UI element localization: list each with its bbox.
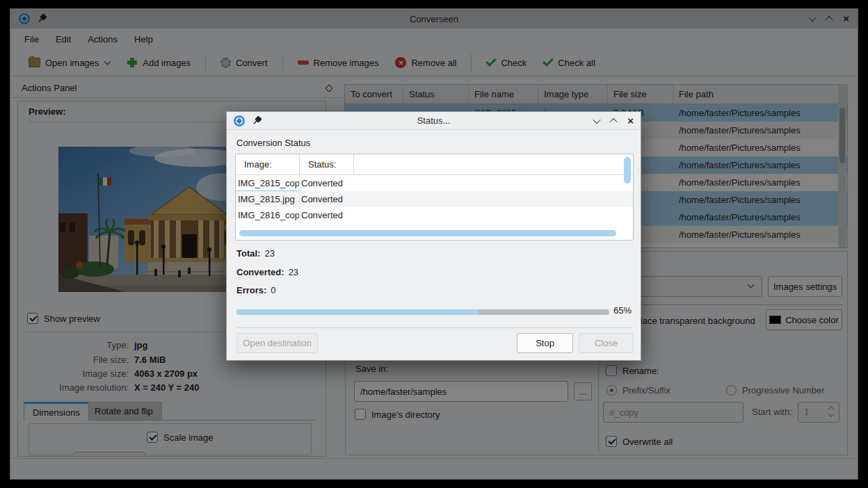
- conversion-status-heading: Conversion Status: [236, 138, 310, 148]
- conversion-cell: Converted: [300, 207, 354, 223]
- close-icon[interactable]: ×: [627, 117, 634, 124]
- conversion-table: Image:Status: IMG_2815_copy.ConvertedIMG…: [235, 154, 634, 241]
- minimize-icon[interactable]: [593, 115, 601, 123]
- conversion-progress-fill: [236, 309, 479, 315]
- dialog-vscrollbar-thumb[interactable]: [624, 157, 631, 184]
- stop-button[interactable]: Stop: [517, 333, 573, 353]
- errors-label: Errors:: [236, 285, 266, 295]
- conversion-table-header: Image:Status:: [236, 154, 633, 175]
- conversion-cell: IMG_2815.jpg: [236, 191, 300, 207]
- divider: [236, 327, 632, 328]
- errors-row: Errors:0: [236, 285, 276, 295]
- conversion-row[interactable]: IMG_2816_copy.Converted: [236, 207, 633, 223]
- converted-label: Converted:: [236, 267, 284, 277]
- total-label: Total:: [236, 248, 260, 259]
- conversion-row[interactable]: IMG_2815_copy.Converted: [236, 175, 633, 191]
- converted-row: Converted:23: [236, 267, 298, 277]
- column-header[interactable]: Image:: [236, 154, 300, 174]
- column-header[interactable]: Status:: [300, 154, 354, 174]
- status-dialog: Status... × Conversion Status Image:Stat…: [226, 111, 641, 361]
- total-value: 23: [264, 248, 274, 259]
- errors-value: 0: [271, 285, 275, 295]
- total-row: Total:23: [236, 248, 275, 259]
- converted-value: 23: [289, 267, 298, 277]
- open-destination-button[interactable]: Open destination: [236, 333, 318, 353]
- conversion-progressbar: [236, 309, 609, 315]
- dialog-title: Status...: [227, 115, 641, 126]
- conversion-cell: Converted: [300, 175, 354, 191]
- progress-percent: 65%: [613, 305, 632, 316]
- dialog-hscrollbar-thumb[interactable]: [239, 230, 616, 236]
- conversion-row[interactable]: IMG_2815.jpgConverted: [236, 191, 633, 207]
- conversion-cell: IMG_2815_copy.: [236, 175, 300, 191]
- close-button[interactable]: Close: [579, 333, 634, 353]
- conversion-table-body: IMG_2815_copy.ConvertedIMG_2815.jpgConve…: [236, 175, 633, 223]
- conversion-cell: Converted: [300, 191, 354, 207]
- conversion-cell: IMG_2816_copy.: [236, 207, 300, 223]
- dialog-titlebar: Status... ×: [227, 112, 641, 130]
